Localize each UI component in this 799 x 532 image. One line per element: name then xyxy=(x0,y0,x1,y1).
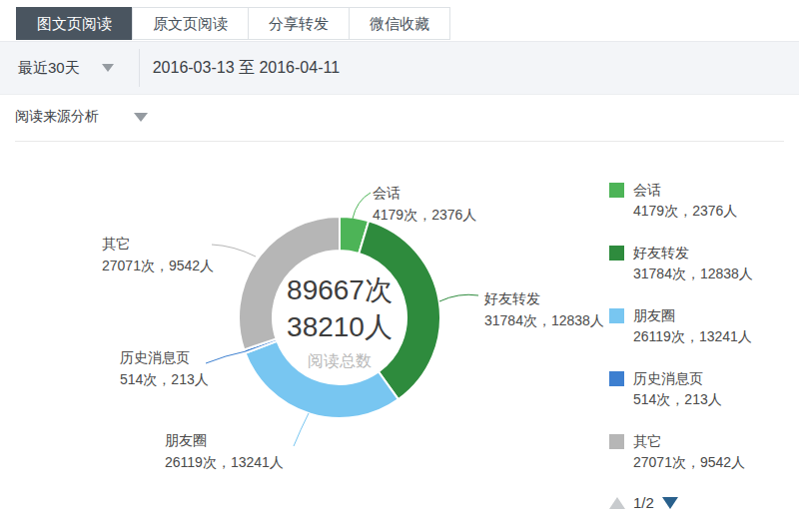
legend-values: 514次，213人 xyxy=(633,389,722,410)
leader-line xyxy=(212,245,256,257)
pie-label-other: 其它 27071次，9542人 xyxy=(102,233,214,276)
legend-item-moments: 朋友圈 26119次，13241人 xyxy=(609,305,794,347)
pie-label-values: 27071次，9542人 xyxy=(102,255,214,276)
page-down-icon[interactable] xyxy=(662,497,678,509)
legend-swatch xyxy=(609,308,624,323)
pie-label-title: 历史消息页 xyxy=(120,346,209,368)
legend-pager: 1/2 xyxy=(609,494,794,511)
chart-legend: 会话 4179次，2376人 好友转发 31784次，12838人 朋友圈 26… xyxy=(609,180,794,511)
pie-label-moments: 朋友圈 26119次，13241人 xyxy=(165,429,284,473)
pie-label-session: 会话 4179次，2376人 xyxy=(373,182,476,226)
legend-item-friend-forward: 好友转发 31784次，12838人 xyxy=(609,243,794,284)
donut-center-label: 89667次 38210人 阅读总数 xyxy=(240,277,439,372)
legend-label: 历史消息页 xyxy=(633,368,722,389)
legend-page-number: 1/2 xyxy=(633,494,654,511)
pie-label-title: 好友转发 xyxy=(484,287,604,309)
wechat-stats-page: 图文页阅读 原文页阅读 分享转发 微信收藏 最近30天 2016-03-13 至… xyxy=(0,0,799,532)
legend-values: 31784次，12838人 xyxy=(633,264,753,284)
legend-label: 好友转发 xyxy=(633,243,753,264)
legend-swatch xyxy=(609,183,624,198)
page-up-icon[interactable] xyxy=(609,497,625,509)
pie-label-title: 朋友圈 xyxy=(165,429,284,451)
pie-label-values: 26119次，13241人 xyxy=(165,451,284,473)
legend-swatch xyxy=(609,246,624,261)
legend-item-session: 会话 4179次，2376人 xyxy=(609,180,794,222)
legend-values: 27071次，9542人 xyxy=(633,452,745,473)
legend-label: 朋友圈 xyxy=(633,305,752,326)
legend-values: 4179次，2376人 xyxy=(633,201,737,222)
leader-line xyxy=(439,294,478,301)
leader-line xyxy=(294,413,309,446)
total-people-value: 38210人 xyxy=(240,314,439,340)
pie-label-history-page: 历史消息页 514次，213人 xyxy=(120,346,209,390)
legend-values: 26119次，13241人 xyxy=(633,326,752,347)
pie-label-title: 会话 xyxy=(373,182,476,204)
legend-swatch xyxy=(609,434,624,449)
total-reads-caption: 阅读总数 xyxy=(240,351,439,372)
pie-label-title: 其它 xyxy=(102,233,214,255)
legend-item-other: 其它 27071次，9542人 xyxy=(609,431,794,473)
pie-label-values: 31784次，12838人 xyxy=(484,309,604,331)
pie-label-friend-forward: 好友转发 31784次，12838人 xyxy=(484,287,604,331)
legend-item-history-page: 历史消息页 514次，213人 xyxy=(609,368,794,410)
legend-swatch xyxy=(609,371,624,386)
total-reads-value: 89667次 xyxy=(240,277,439,303)
legend-label: 其它 xyxy=(633,431,745,452)
pie-label-values: 514次，213人 xyxy=(120,368,209,390)
legend-label: 会话 xyxy=(633,180,737,201)
pie-label-values: 4179次，2376人 xyxy=(373,204,476,226)
leader-line xyxy=(353,193,371,219)
